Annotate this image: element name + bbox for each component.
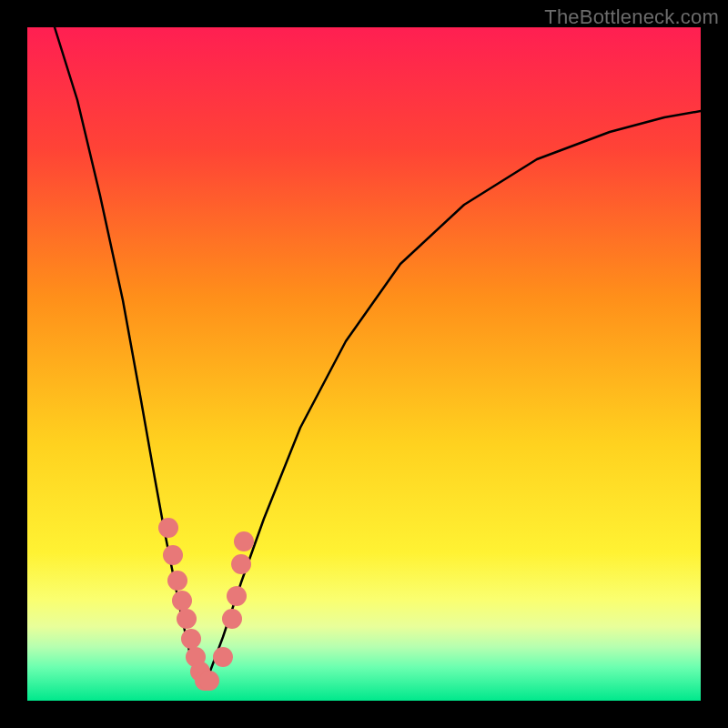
data-point: [167, 571, 187, 591]
data-point: [234, 531, 254, 551]
plot-area: [27, 27, 701, 701]
data-point: [181, 629, 201, 649]
data-point: [222, 609, 242, 629]
data-point: [227, 586, 247, 606]
data-point: [213, 647, 233, 667]
chart-frame: TheBottleneck.com: [0, 0, 728, 728]
data-point: [177, 609, 197, 629]
data-point: [163, 545, 183, 565]
marker-layer: [27, 27, 701, 701]
watermark-text: TheBottleneck.com: [544, 5, 719, 29]
data-point: [231, 554, 251, 574]
data-point: [199, 671, 219, 691]
data-point: [158, 518, 178, 538]
data-point: [172, 591, 192, 611]
